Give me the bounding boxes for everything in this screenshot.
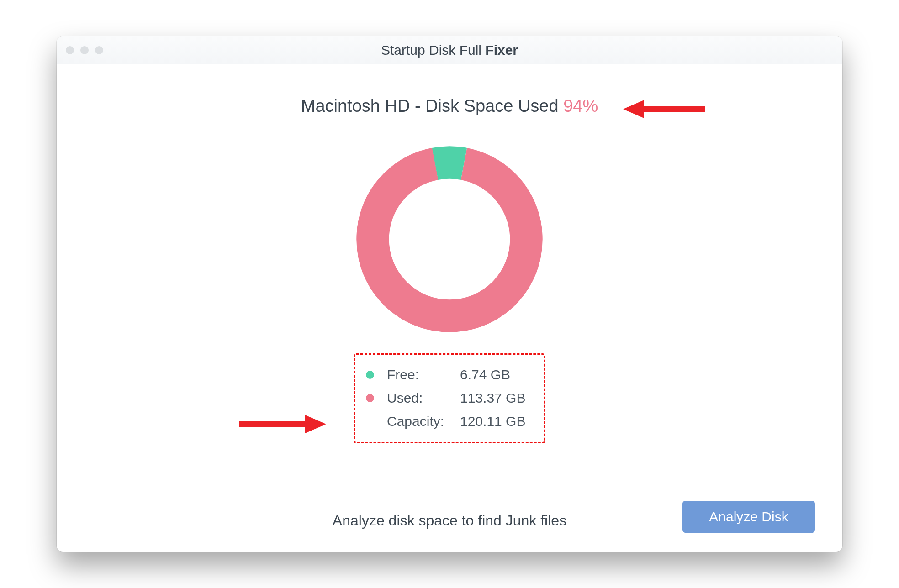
app-title: Startup Disk Full Fixer: [57, 42, 842, 58]
legend-value-capacity: 120.11 GB: [451, 410, 533, 433]
legend-value-used: 113.37 GB: [451, 386, 533, 410]
analyze-disk-button[interactable]: Analyze Disk: [682, 501, 815, 533]
legend-dot-spacer: [366, 417, 374, 425]
app-title-prefix: Startup Disk Full: [381, 42, 485, 58]
footer-hint-text: Analyze disk space to find Junk files: [333, 512, 566, 529]
legend-label-free: Free:: [387, 363, 451, 386]
disk-usage-percent: 94%: [563, 96, 598, 116]
main-content: Macintosh HD - Disk Space Used 94% Free:…: [57, 64, 842, 552]
annotation-arrow-icon: [239, 411, 326, 437]
svg-marker-3: [305, 415, 326, 433]
legend-value-free: 6.74 GB: [451, 363, 533, 386]
legend-row-used: Used: 113.37 GB: [366, 386, 533, 410]
titlebar: Startup Disk Full Fixer: [57, 36, 842, 64]
app-title-bold: Fixer: [485, 42, 518, 58]
disk-name-label: Macintosh HD - Disk Space Used: [301, 96, 563, 116]
app-window: Startup Disk Full Fixer Macintosh HD - D…: [57, 36, 842, 552]
close-window-icon[interactable]: [66, 46, 74, 54]
legend-row-capacity: Capacity: 120.11 GB: [366, 410, 533, 433]
window-controls: [66, 36, 103, 64]
legend-row-free: Free: 6.74 GB: [366, 363, 533, 386]
disk-legend-box: Free: 6.74 GB Used: 113.37 GB Capacity: …: [354, 353, 545, 443]
legend-dot-free-icon: [366, 371, 374, 379]
disk-usage-donut-chart: [354, 143, 545, 335]
minimize-window-icon[interactable]: [80, 46, 89, 54]
legend-label-used: Used:: [387, 386, 451, 410]
disk-usage-headline: Macintosh HD - Disk Space Used 94%: [84, 96, 815, 116]
donut-chart-container: [84, 143, 815, 335]
maximize-window-icon[interactable]: [95, 46, 103, 54]
legend-label-capacity: Capacity:: [387, 410, 451, 433]
legend-dot-used-icon: [366, 394, 374, 402]
